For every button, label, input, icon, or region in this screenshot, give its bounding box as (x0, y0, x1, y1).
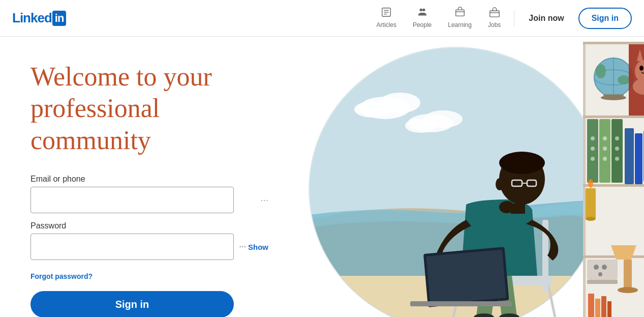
jobs-label: Jobs (488, 21, 501, 28)
svg-rect-8 (489, 11, 499, 17)
svg-rect-6 (455, 10, 464, 16)
svg-point-5 (422, 9, 425, 12)
svg-point-84 (618, 287, 638, 293)
show-label: Show (248, 243, 268, 251)
svg-rect-78 (587, 260, 618, 280)
people-label: People (413, 21, 432, 28)
svg-point-81 (598, 272, 602, 276)
headline: Welcome to your professional community (30, 61, 274, 156)
svg-rect-87 (601, 296, 606, 317)
svg-point-4 (419, 9, 422, 12)
svg-rect-71 (625, 128, 634, 184)
svg-point-68 (615, 136, 619, 140)
join-now-button[interactable]: Join now (520, 10, 572, 27)
svg-rect-83 (624, 260, 632, 290)
svg-rect-61 (611, 119, 623, 183)
logo-area: Linkedin (12, 10, 66, 26)
forgot-password-link[interactable]: Forgot password? (30, 272, 93, 280)
logo-in-box: in (52, 11, 67, 26)
nav-divider (514, 10, 514, 26)
left-panel: Welcome to your professional community E… (0, 37, 305, 317)
svg-point-57 (639, 66, 643, 71)
svg-rect-28 (410, 301, 512, 306)
nav-articles[interactable]: Articles (370, 3, 404, 34)
headline-line2: professional community (30, 94, 160, 154)
email-input-wrap: ⋯ (30, 187, 274, 213)
svg-point-66 (603, 147, 607, 151)
password-group: Password ⋯ Show (30, 221, 274, 260)
svg-point-48 (596, 64, 606, 78)
svg-point-36 (499, 201, 514, 213)
svg-rect-88 (607, 301, 611, 317)
sign-in-button[interactable]: Sign in (578, 8, 632, 29)
password-label: Password (30, 221, 274, 230)
svg-point-62 (591, 136, 595, 140)
svg-rect-38 (583, 42, 586, 317)
nav-jobs[interactable]: Jobs (481, 3, 508, 34)
header-actions: Join now Sign in (520, 8, 632, 29)
svg-point-69 (615, 147, 619, 151)
svg-rect-59 (587, 119, 598, 183)
main-content: Welcome to your professional community E… (0, 37, 644, 317)
learning-label: Learning (448, 21, 472, 28)
svg-point-70 (615, 157, 619, 161)
password-input[interactable] (30, 234, 234, 260)
svg-rect-72 (635, 133, 642, 184)
right-panel (305, 37, 644, 317)
svg-point-65 (603, 136, 607, 140)
password-input-wrap: ⋯ Show (30, 234, 274, 260)
email-label: Email or phone (30, 175, 274, 184)
svg-point-51 (601, 95, 626, 100)
linkedin-logo[interactable]: Linkedin (12, 10, 66, 26)
headline-line1: Welcome to your (30, 62, 212, 91)
svg-point-15 (354, 101, 390, 118)
password-dots-icon: ⋯ (239, 243, 246, 251)
logo-linked-text: Linked (12, 10, 52, 26)
svg-point-34 (496, 178, 504, 190)
email-dots-icon: ⋯ (260, 195, 268, 205)
header: Linkedin Articles Pe (0, 0, 644, 37)
email-input[interactable] (30, 187, 234, 213)
learning-icon (454, 7, 466, 19)
signin-submit-button[interactable]: Sign in (30, 291, 234, 317)
email-group: Email or phone ⋯ (30, 175, 274, 213)
svg-rect-86 (595, 299, 600, 317)
svg-rect-27 (426, 250, 506, 305)
articles-icon (381, 7, 392, 19)
svg-point-79 (594, 265, 599, 270)
svg-point-30 (499, 152, 545, 174)
jobs-icon (489, 7, 500, 19)
svg-rect-82 (587, 280, 618, 284)
nav-people[interactable]: People (406, 3, 439, 34)
main-nav: Articles People Learning (370, 3, 632, 34)
svg-point-77 (588, 179, 593, 187)
svg-rect-41 (583, 116, 644, 118)
svg-rect-40 (583, 42, 644, 44)
svg-point-67 (603, 157, 607, 161)
svg-rect-60 (599, 119, 610, 183)
main-illustration-svg (305, 37, 644, 317)
nav-learning[interactable]: Learning (441, 3, 479, 34)
show-password-button[interactable]: ⋯ Show (239, 243, 268, 251)
svg-point-63 (591, 147, 595, 151)
illustration (305, 37, 644, 317)
svg-point-80 (602, 265, 607, 270)
svg-rect-43 (583, 255, 644, 258)
svg-point-49 (618, 75, 630, 84)
svg-point-64 (591, 157, 595, 161)
people-icon (417, 7, 428, 19)
svg-rect-74 (586, 188, 596, 219)
svg-rect-85 (588, 294, 594, 317)
svg-point-75 (586, 217, 596, 221)
svg-point-18 (405, 119, 436, 133)
articles-label: Articles (377, 21, 396, 28)
